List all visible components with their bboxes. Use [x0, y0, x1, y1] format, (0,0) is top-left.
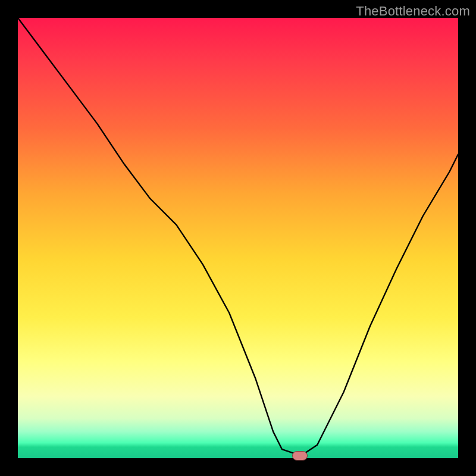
plot-area: [18, 18, 458, 458]
watermark-text: TheBottleneck.com: [356, 4, 470, 19]
chart-frame: TheBottleneck.com: [0, 0, 476, 476]
optimal-point-marker: [292, 451, 308, 461]
bottleneck-curve: [18, 18, 458, 458]
